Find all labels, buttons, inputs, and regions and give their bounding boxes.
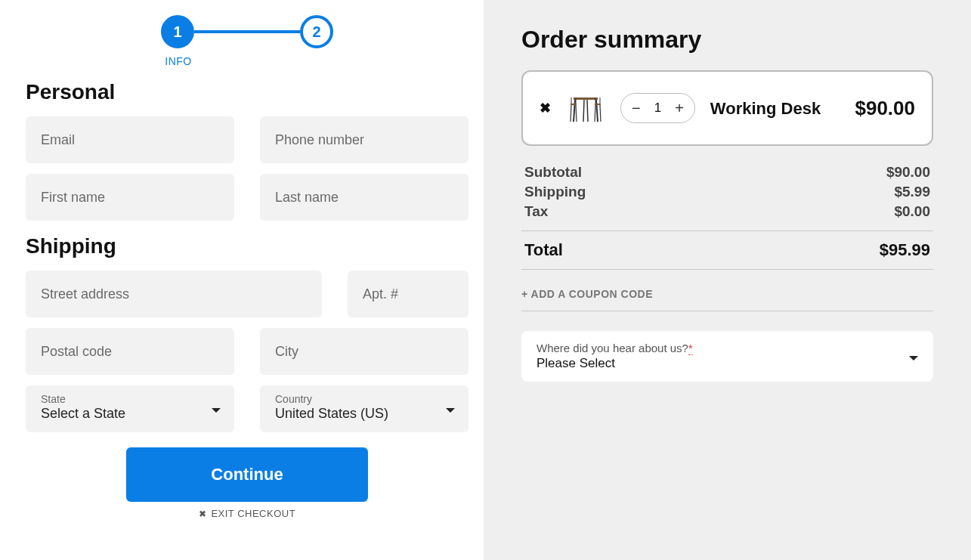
country-select-value: United States (US) bbox=[275, 406, 453, 422]
exit-checkout-link[interactable]: ✖ EXIT CHECKOUT bbox=[26, 508, 468, 519]
last-name-field[interactable] bbox=[260, 174, 468, 221]
qty-value: 1 bbox=[654, 101, 661, 116]
add-coupon-link[interactable]: + ADD A COUPON CODE bbox=[521, 283, 933, 311]
qty-increase-button[interactable]: + bbox=[675, 101, 684, 116]
email-field[interactable] bbox=[26, 116, 234, 163]
hear-about-select[interactable]: Where did you hear about us?* Please Sel… bbox=[521, 331, 933, 382]
country-select[interactable]: Country United States (US) bbox=[260, 385, 468, 432]
order-summary-title: Order summary bbox=[521, 26, 933, 54]
order-summary-panel: ✕ Order summary ✖ bbox=[484, 0, 971, 560]
cart-item: ✖ bbox=[521, 70, 933, 146]
svg-line-3 bbox=[583, 100, 584, 122]
total-value: $95.99 bbox=[880, 240, 930, 260]
caret-down-icon bbox=[909, 350, 918, 364]
product-image-icon bbox=[566, 88, 605, 128]
svg-rect-0 bbox=[574, 97, 598, 100]
checkout-form-panel: 1 2 INFO Personal Shipping State Select … bbox=[0, 0, 484, 560]
subtotal-label: Subtotal bbox=[524, 164, 582, 181]
shipping-value: $5.99 bbox=[894, 184, 930, 200]
product-price: $90.00 bbox=[855, 97, 915, 120]
totals-block: Subtotal $90.00 Shipping $5.99 Tax $0.00… bbox=[521, 162, 933, 311]
qty-decrease-button[interactable]: − bbox=[632, 101, 641, 116]
state-select-label: State bbox=[41, 393, 219, 405]
postal-code-field[interactable] bbox=[26, 328, 234, 375]
required-indicator: * bbox=[688, 342, 693, 355]
subtotal-value: $90.00 bbox=[886, 164, 930, 181]
step-1[interactable]: 1 bbox=[161, 15, 194, 48]
svg-line-7 bbox=[576, 105, 577, 122]
svg-rect-5 bbox=[571, 104, 577, 105]
tax-label: Tax bbox=[524, 203, 548, 220]
remove-item-button[interactable]: ✖ bbox=[540, 100, 551, 116]
quantity-stepper: − 1 + bbox=[620, 93, 695, 123]
svg-line-4 bbox=[587, 100, 588, 122]
exit-checkout-label: EXIT CHECKOUT bbox=[211, 508, 295, 519]
city-field[interactable] bbox=[260, 328, 468, 375]
total-label: Total bbox=[524, 240, 563, 260]
close-icon: ✖ bbox=[199, 509, 207, 519]
shipping-section-title: Shipping bbox=[26, 234, 468, 258]
caret-down-icon bbox=[446, 402, 455, 416]
hear-about-label: Where did you hear about us?* bbox=[537, 342, 918, 354]
tax-value: $0.00 bbox=[894, 203, 930, 220]
phone-field[interactable] bbox=[260, 116, 468, 163]
first-name-field[interactable] bbox=[26, 174, 234, 221]
continue-button[interactable]: Continue bbox=[126, 447, 368, 502]
svg-line-11 bbox=[595, 105, 595, 122]
svg-line-2 bbox=[596, 100, 598, 122]
divider bbox=[521, 269, 933, 270]
step-2[interactable]: 2 bbox=[300, 15, 333, 48]
step-1-label: INFO bbox=[165, 55, 191, 67]
svg-line-12 bbox=[600, 105, 601, 122]
hear-about-value: Please Select bbox=[537, 356, 918, 371]
street-address-field[interactable] bbox=[26, 271, 322, 317]
apt-field[interactable] bbox=[348, 271, 468, 317]
svg-line-6 bbox=[571, 105, 571, 122]
caret-down-icon bbox=[212, 402, 221, 416]
personal-section-title: Personal bbox=[26, 80, 468, 104]
svg-line-1 bbox=[574, 100, 575, 122]
svg-rect-10 bbox=[595, 104, 601, 105]
stepper: 1 2 bbox=[26, 15, 468, 48]
divider bbox=[521, 230, 933, 231]
state-select[interactable]: State Select a State bbox=[26, 385, 234, 432]
product-name: Working Desk bbox=[710, 96, 840, 121]
step-connector bbox=[194, 30, 300, 33]
shipping-label: Shipping bbox=[524, 184, 586, 200]
state-select-value: Select a State bbox=[41, 406, 219, 422]
country-select-label: Country bbox=[275, 393, 453, 405]
